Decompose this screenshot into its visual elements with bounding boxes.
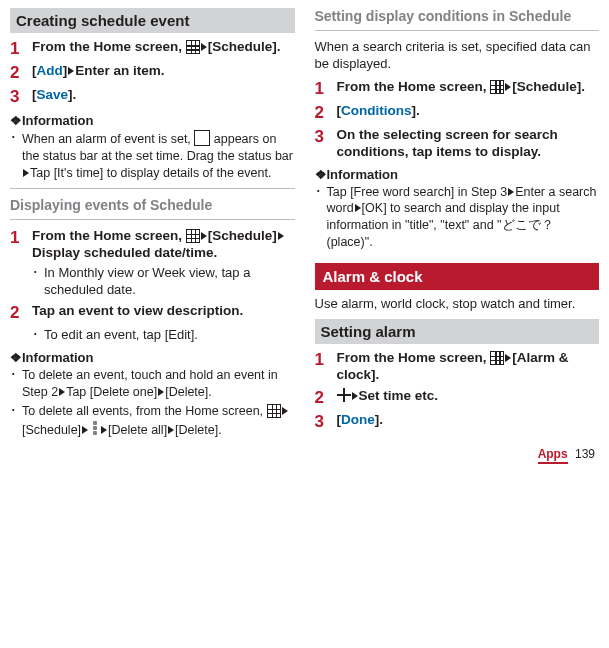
text: [Delete all] [108,423,167,437]
sub-bullet: ･ In Monthly view or Week view, tap a sc… [32,265,295,299]
blue-text: Add [37,63,63,78]
triangle-icon [278,232,284,240]
text: On the selecting screen for search condi… [337,127,558,159]
intro-text: When a search criteria is set, specified… [315,39,600,73]
step-text: [Add]Enter an item. [32,63,295,80]
text: From the Home screen, [337,350,491,365]
subheading-displaying: Displaying events of Schedule [10,197,295,213]
triangle-icon [505,83,511,91]
text: To delete all events, from the Home scre… [22,404,267,418]
step-text: From the Home screen, [Schedule]. [32,39,295,56]
step-1: 1 From the Home screen, [Alarm & clock]. [315,350,600,384]
text: In Monthly view or Week view, tap a sche… [44,265,295,299]
blue-text: Save [37,87,69,102]
text: From the Home screen, [32,228,186,243]
info-heading: ❖Information [10,113,295,128]
step-1: 1 From the Home screen, [Schedule]. [10,39,295,59]
text: Display scheduled date/time. [32,245,217,260]
triangle-icon [59,388,65,396]
info-bullet: ･ Tap [Free word search] in Step 3Enter … [315,184,600,252]
step-number: 1 [10,228,32,248]
step-text: Set time etc. [337,388,600,405]
step-2: 2 Tap an event to view description. [10,303,295,323]
triangle-icon [68,67,74,75]
step-text: From the Home screen, [Schedule]. [337,79,600,96]
triangle-icon [82,426,88,434]
page: Creating schedule event 1 From the Home … [0,0,609,447]
info-text: When an alarm of event is set, appears o… [22,130,295,182]
triangle-icon [158,388,164,396]
text: ]. [68,87,76,102]
step-1: 1 From the Home screen, [Schedule]Displa… [10,228,295,262]
apps-grid-icon [490,351,504,365]
step-1: 1 From the Home screen, [Schedule]. [315,79,600,99]
triangle-icon [101,426,107,434]
menu-dots-icon [93,420,97,436]
sub-bullet: ･ To edit an event, tap [Edit]. [32,327,295,344]
step-number: 2 [10,63,32,83]
info-text: Tap [Free word search] in Step 3Enter a … [327,184,600,252]
alarm-indicator-icon [194,130,210,146]
heading-setting-alarm: Setting alarm [315,319,600,344]
apps-grid-icon [267,404,281,418]
step-3: 3 [Done]. [315,412,600,432]
step-number: 2 [315,388,337,408]
step-number: 1 [315,350,337,370]
step-text: From the Home screen, [Alarm & clock]. [337,350,600,384]
step-number: 1 [10,39,32,59]
text: [Delete]. [165,385,212,399]
footer-section: Apps [538,447,568,464]
apps-grid-icon [490,80,504,94]
step-3: 3 On the selecting screen for search con… [315,127,600,161]
apps-grid-icon [186,40,200,54]
triangle-icon [168,426,174,434]
triangle-icon [201,232,207,240]
text: [Delete]. [175,423,222,437]
blue-text: Conditions [341,103,412,118]
left-column: Creating schedule event 1 From the Home … [10,8,295,439]
step-3: 3 [Save]. [10,87,295,107]
step-number: 3 [315,412,337,432]
text: When an alarm of event is set, [22,132,194,146]
text: Set time etc. [359,388,439,403]
info-bullet: ･ To delete all events, from the Home sc… [10,403,295,439]
text: ] [63,63,68,78]
blue-text: Done [341,412,375,427]
text: Tap [Delete one] [66,385,157,399]
step-text: Tap an event to view description. [32,303,295,320]
divider [10,188,295,189]
step-2: 2 [Conditions]. [315,103,600,123]
bullet-dot: ･ [10,403,22,439]
apps-grid-icon [186,229,200,243]
page-number: 139 [575,447,595,461]
divider [10,219,295,220]
triangle-icon [282,407,288,415]
text: ]. [375,412,383,427]
intro-text: Use alarm, world clock, stop watch and t… [315,296,600,313]
bullet-dot: ･ [32,265,44,299]
step-number: 3 [315,127,337,147]
step-2: 2 [Add]Enter an item. [10,63,295,83]
triangle-icon [505,354,511,362]
triangle-icon [508,188,514,196]
subheading-conditions: Setting display conditions in Schedule [315,8,600,24]
text: ]. [412,103,420,118]
text: Tap an event to view description. [32,303,243,318]
text: Tap [Free word search] in Step 3 [327,185,508,199]
text: From the Home screen, [337,79,491,94]
info-bullet: ･ To delete an event, touch and hold an … [10,367,295,401]
text: To edit an event, tap [Edit]. [44,327,198,344]
bullet-dot: ･ [10,130,22,182]
bullet-dot: ･ [32,327,44,344]
info-bullet: ･ When an alarm of event is set, appears… [10,130,295,182]
info-heading: ❖Information [10,350,295,365]
triangle-icon [201,43,207,51]
triangle-icon [355,204,361,212]
triangle-icon [352,392,358,400]
footer: Apps 139 [0,447,609,469]
text: [Schedule] [22,423,81,437]
triangle-icon [23,169,29,177]
heading-alarm-clock: Alarm & clock [315,263,600,290]
text: From the Home screen, [32,39,186,54]
step-2: 2 Set time etc. [315,388,600,408]
